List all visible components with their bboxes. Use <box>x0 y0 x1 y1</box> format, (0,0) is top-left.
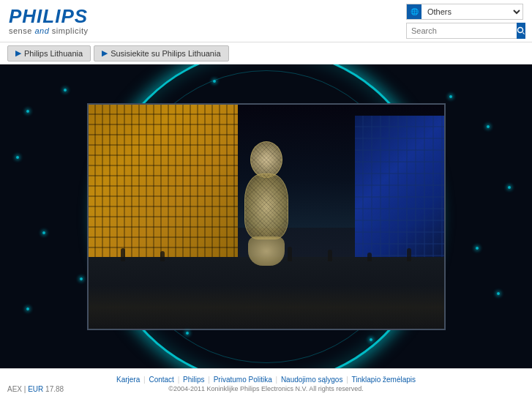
footer-sep-1: | <box>143 376 147 384</box>
footer-links: Karjera | Contact | Philips | Privatumo … <box>116 376 416 384</box>
footer-wrapper: Karjera | Contact | Philips | Privatumo … <box>0 368 532 399</box>
footer-link-terms[interactable]: Naudojimo sąlygos <box>281 376 343 384</box>
photo-frame <box>87 103 446 330</box>
building-scene <box>89 105 444 329</box>
figure-legs <box>248 236 285 266</box>
main-area <box>0 64 532 368</box>
person-6 <box>407 248 411 261</box>
search-input[interactable] <box>406 23 517 39</box>
footer-sep-3: | <box>208 376 211 384</box>
aex-label: AEX <box>7 385 22 393</box>
nav-btn1-label: Philips Lithuania <box>24 49 83 58</box>
footer-link-karjera[interactable]: Karjera <box>116 376 140 384</box>
footer-sep-4: | <box>276 376 280 384</box>
footer: Karjera | Contact | Philips | Privatumo … <box>0 368 532 399</box>
building-left-windows <box>89 105 238 261</box>
logo-area: PHILIPS sense and simplicity <box>9 7 88 35</box>
tagline-and: and <box>34 26 49 35</box>
globe-icon: 🌐 <box>407 4 422 19</box>
tagline-simplicity: simplicity <box>49 26 88 35</box>
person-1 <box>121 248 125 261</box>
svg-marker-0 <box>522 32 525 34</box>
building-left <box>89 105 238 261</box>
search-row <box>406 23 523 39</box>
ground-reflection <box>89 286 444 329</box>
tagline-sense: sense <box>9 26 34 35</box>
footer-copyright: ©2004-2011 Koninklijke Philips Electroni… <box>168 385 363 392</box>
person-5 <box>367 253 372 261</box>
footer-sep-2: | <box>178 376 181 384</box>
footer-bottom-left: AEX | EUR 17.88 <box>7 385 64 393</box>
navbar: ▶ Philips Lithuania ▶ Susisiekite su Phi… <box>0 42 532 64</box>
header-right: 🌐 Others <box>406 4 523 39</box>
region-dropdown[interactable]: Others <box>422 7 522 17</box>
header: PHILIPS sense and simplicity 🌐 Others <box>0 0 532 42</box>
eur-amount: 17.88 <box>45 385 64 393</box>
person-4 <box>328 250 332 261</box>
arrow-icon-1: ▶ <box>15 49 21 57</box>
figure-body <box>244 174 288 239</box>
search-button[interactable] <box>517 23 525 39</box>
philips-logo: PHILIPS <box>9 7 88 26</box>
search-icon <box>517 26 525 35</box>
person-2 <box>160 251 165 261</box>
philips-lithuania-btn[interactable]: ▶ Philips Lithuania <box>7 45 91 61</box>
figure-body-texture <box>245 174 288 239</box>
footer-link-contact[interactable]: Contact <box>149 376 173 384</box>
arrow-icon-2: ▶ <box>102 49 108 57</box>
footer-link-sitemap[interactable]: Tinklapio žemėlapis <box>352 376 416 384</box>
region-selector[interactable]: 🌐 Others <box>406 4 523 20</box>
figure-texture <box>251 142 282 177</box>
footer-sep-5: | <box>346 376 350 384</box>
footer-link-philips[interactable]: Philips <box>183 376 204 384</box>
ground <box>89 257 444 329</box>
eur-label: EUR <box>28 385 43 393</box>
logo-tagline: sense and simplicity <box>9 27 88 35</box>
footer-link-privacy[interactable]: Privatumo Politika <box>214 376 272 384</box>
human-figure <box>237 141 296 266</box>
susisiekite-btn[interactable]: ▶ Susisiekite su Philips Lithuania <box>94 45 228 61</box>
svg-point-1 <box>518 27 523 32</box>
nav-btn2-label: Susisiekite su Philips Lithuania <box>110 49 220 58</box>
figure-head <box>250 141 282 178</box>
